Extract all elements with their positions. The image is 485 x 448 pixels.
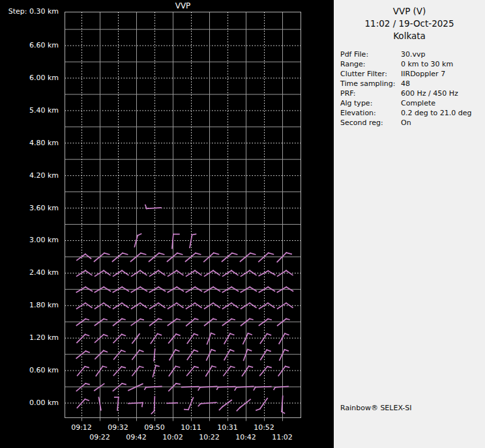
y-axis-label: 6.60 km bbox=[0, 41, 59, 49]
y-axis-label: 0.00 km bbox=[0, 399, 59, 407]
wind-barb bbox=[277, 253, 291, 262]
wind-barb bbox=[128, 402, 143, 406]
parameter-label: Clutter Filter: bbox=[340, 69, 401, 79]
wind-barb bbox=[207, 333, 215, 344]
wind-barb bbox=[256, 399, 267, 410]
x-axis-label: 09:32 bbox=[98, 423, 138, 432]
wind-barb bbox=[198, 386, 216, 390]
wind-barb bbox=[169, 384, 180, 391]
x-axis-label: 09:22 bbox=[80, 433, 119, 441]
wind-barb bbox=[151, 334, 161, 344]
parameter-value: 600 Hz / 450 Hz bbox=[401, 89, 458, 98]
wind-barb bbox=[259, 303, 274, 309]
wind-barb bbox=[260, 334, 271, 344]
panel-parameter-list: Pdf File:30.vvpRange:0 km to 30 kmClutte… bbox=[334, 49, 485, 128]
y-axis-label: 1.80 km bbox=[0, 301, 59, 309]
parameter-label: PRF: bbox=[340, 89, 401, 98]
wind-barb bbox=[149, 253, 164, 262]
wind-barb bbox=[169, 334, 180, 343]
wind-barb bbox=[224, 350, 234, 360]
wind-barb bbox=[274, 386, 288, 389]
wind-barb bbox=[243, 333, 252, 344]
wind-barb bbox=[96, 366, 106, 376]
wind-barb bbox=[95, 350, 107, 359]
wind-barb bbox=[95, 253, 110, 262]
wind-barb bbox=[187, 350, 198, 360]
wind-barb bbox=[206, 366, 216, 376]
wind-barb bbox=[204, 253, 219, 261]
x-axis-label: 10:22 bbox=[190, 433, 229, 441]
wind-barb bbox=[169, 366, 179, 376]
wind-barb bbox=[114, 350, 125, 359]
wind-barb bbox=[95, 335, 108, 343]
parameter-row: Second reg:On bbox=[340, 118, 485, 128]
wind-barb bbox=[113, 334, 125, 343]
wind-barb bbox=[244, 350, 252, 361]
parameter-row: Range:0 km to 30 km bbox=[340, 59, 485, 69]
wind-barb bbox=[77, 334, 89, 343]
wind-barb bbox=[132, 303, 147, 309]
wind-barb bbox=[150, 319, 162, 326]
y-axis-label: 4.20 km bbox=[0, 171, 59, 180]
wind-barb bbox=[113, 319, 125, 326]
wind-barb bbox=[169, 350, 179, 360]
wind-barb bbox=[237, 399, 250, 410]
wind-barb bbox=[168, 270, 183, 276]
wind-barb bbox=[77, 399, 89, 408]
grid bbox=[65, 12, 301, 421]
y-axis-label: 2.40 km bbox=[0, 268, 59, 277]
radar-vvp-screen: { "plot": { "title": "VVP", "step_label"… bbox=[0, 0, 485, 448]
wind-barb bbox=[186, 253, 201, 262]
wind-barb bbox=[241, 303, 256, 309]
wind-barb bbox=[259, 253, 274, 261]
wind-barb bbox=[224, 367, 235, 376]
wind-barb bbox=[168, 303, 183, 309]
parameter-row: Elevation:0.2 deg to 21.0 deg bbox=[340, 108, 485, 118]
wind-barb bbox=[242, 366, 252, 376]
y-axis-label: 6.00 km bbox=[0, 74, 59, 82]
wind-barb bbox=[153, 365, 158, 376]
wind-barb bbox=[241, 319, 253, 326]
wind-barb bbox=[278, 367, 289, 376]
wind-barb bbox=[187, 334, 198, 344]
wind-barb bbox=[190, 234, 196, 248]
wind-barb bbox=[182, 387, 199, 387]
wind-barb bbox=[241, 253, 256, 262]
parameter-label: Pdf File: bbox=[340, 49, 401, 59]
panel-header: VVP (V) 11:02 / 19-Oct-2025 Kolkata bbox=[334, 5, 485, 42]
parameter-value: 0.2 deg to 21.0 deg bbox=[401, 109, 471, 117]
wind-barb bbox=[186, 318, 198, 326]
wind-barb bbox=[198, 402, 216, 406]
wind-barb bbox=[282, 396, 284, 413]
y-axis-label: 0.60 km bbox=[0, 366, 59, 374]
wind-barb bbox=[261, 350, 271, 359]
parameter-value: Complete bbox=[401, 99, 435, 107]
parameter-value: 30.vvp bbox=[401, 50, 426, 59]
wind-barb bbox=[113, 367, 125, 375]
wind-barb bbox=[217, 387, 235, 389]
parameter-row: PRF:600 Hz / 450 Hz bbox=[340, 89, 485, 98]
wind-barb bbox=[132, 367, 143, 376]
y-axis-label: 5.40 km bbox=[0, 106, 59, 115]
wind-barb bbox=[76, 351, 89, 358]
x-axis-label: 09:12 bbox=[62, 423, 101, 432]
wind-barb bbox=[131, 253, 146, 262]
wind-barb bbox=[132, 334, 140, 343]
wind-barb bbox=[78, 367, 89, 376]
x-axis-label: 10:11 bbox=[171, 423, 211, 432]
wind-barb bbox=[279, 333, 289, 344]
y-axis-label: 1.20 km bbox=[0, 333, 59, 342]
x-axis-label: 09:42 bbox=[117, 433, 156, 441]
wind-barb bbox=[260, 367, 271, 376]
wind-barb bbox=[223, 270, 238, 276]
wind-barb bbox=[132, 270, 147, 276]
vvp-wind-profile-chart bbox=[0, 0, 334, 448]
x-axis-label: 09:50 bbox=[135, 423, 174, 432]
wind-barb bbox=[254, 387, 271, 390]
parameter-label: Range: bbox=[340, 59, 401, 69]
parameter-label: Alg type: bbox=[340, 98, 401, 108]
parameter-value: 48 bbox=[401, 79, 410, 88]
parameter-label: Time sampling: bbox=[340, 79, 401, 89]
x-axis-label: 10:42 bbox=[226, 433, 265, 441]
x-axis-label: 10:52 bbox=[244, 423, 284, 432]
